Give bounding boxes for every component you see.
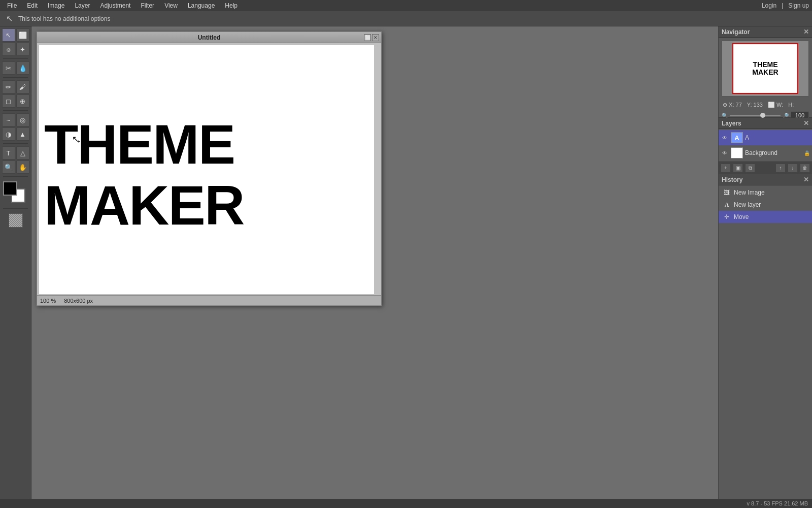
history-item-move[interactable]: ✛ Move [719, 211, 812, 223]
nav-h-label: H: [788, 102, 794, 108]
history-item-new-layer[interactable]: A New layer [719, 199, 812, 211]
tool-eyedropper[interactable]: 💧 [16, 61, 29, 75]
nav-x-label: ⊕ X: 77 [723, 102, 742, 108]
history-panel-header: History ✕ [719, 174, 812, 185]
tools-panel: ↖ ⬜ ⌾ ✦ ✂ 💧 ✏ 🖌 ◻ ⊕ ~ ◎ ◑ ▲ [0, 26, 31, 508]
canvas-area: Untitled ⬜ ✕ ↖ + THEME MAKER 100 % 800x6… [31, 26, 718, 508]
canvas-content: THEME MAKER [44, 116, 369, 233]
menu-filter[interactable]: Filter [137, 1, 158, 10]
document-dimensions: 800x600 px [64, 298, 93, 304]
menu-adjustment[interactable]: Adjustment [96, 1, 134, 10]
history-move-label: Move [734, 213, 749, 220]
menu-layer[interactable]: Layer [71, 1, 94, 10]
tool-lasso[interactable]: ⌾ [2, 43, 15, 56]
layers-panel: Layers ✕ 👁 A A 👁 Background 🔒 [719, 118, 812, 174]
layer-a-name: A [745, 134, 810, 141]
tool-text[interactable]: T [2, 146, 15, 160]
layers-move-up-button[interactable]: ↑ [775, 164, 786, 173]
menu-help[interactable]: Help [221, 1, 242, 10]
tool-smudge[interactable]: ~ [2, 113, 15, 126]
navigator-preview-line1: THEME [753, 61, 778, 69]
menu-edit[interactable]: Edit [23, 1, 42, 10]
tool-pencil[interactable]: ✏ [2, 80, 15, 93]
zoom-large-icon: 🔎 [783, 113, 789, 118]
tool-stamp[interactable]: ⊕ [16, 94, 29, 108]
layers-title: Layers [722, 120, 741, 127]
layer-bg-visibility[interactable]: 👁 [721, 149, 729, 157]
layer-item-a[interactable]: 👁 A A [719, 130, 812, 145]
layer-a-visibility[interactable]: 👁 [721, 134, 729, 142]
menu-view[interactable]: View [160, 1, 182, 10]
tool-wand[interactable]: ✦ [16, 43, 29, 56]
nav-w-label: ⬜ W: [768, 102, 783, 108]
document-titlebar: Untitled ⬜ ✕ [37, 32, 381, 43]
app-statusbar: v 8.7 - 53 FPS 21.62 MB [0, 499, 812, 508]
navigator-panel-header: Navigator ✕ [719, 26, 812, 38]
menu-file[interactable]: File [3, 1, 21, 10]
tool-zoom[interactable]: 🔍 [2, 161, 15, 174]
navigator-panel: Navigator ✕ THEME MAKER ⊕ X: 77 Y: 133 ⬜… [719, 26, 812, 118]
tool-shape[interactable]: △ [16, 146, 29, 160]
history-new-image-label: New Image [734, 189, 765, 196]
navigator-close-button[interactable]: ✕ [803, 28, 809, 36]
toolbar-tool-icon: ↖ [4, 14, 14, 24]
canvas-line2: MAKER [44, 177, 369, 233]
layer-a-thumb: A [731, 132, 743, 143]
navigator-title: Navigator [722, 28, 750, 36]
document-close-button[interactable]: ✕ [372, 34, 379, 41]
navigator-zoom-thumb[interactable] [760, 113, 765, 118]
app-version-info: v 8.7 - 53 FPS 21.62 MB [747, 500, 808, 506]
layer-bg-thumb [731, 147, 743, 158]
signup-link[interactable]: Sign up [788, 2, 809, 9]
tool-crop[interactable]: ✂ [2, 61, 15, 75]
history-list: 🖼 New Image A New layer ✛ Move [719, 185, 812, 224]
tool-burn[interactable]: ▲ [16, 128, 29, 141]
layers-delete-button[interactable]: 🗑 [800, 164, 810, 173]
document-maximize-button[interactable]: ⬜ [364, 34, 371, 41]
toolbar: ↖ This tool has no additional options [0, 11, 812, 26]
tool-hand[interactable]: ✋ [16, 161, 29, 174]
layers-toolbar: + ▣ ⧉ ↑ ↓ 🗑 [719, 162, 812, 174]
login-link[interactable]: Login [762, 2, 776, 9]
layers-duplicate-button[interactable]: ⧉ [745, 164, 755, 173]
foreground-color[interactable] [3, 181, 17, 196]
navigator-preview-canvas: THEME MAKER [732, 43, 798, 94]
history-new-layer-icon: A [723, 201, 731, 209]
navigator-coordinates: ⊕ X: 77 Y: 133 ⬜ W: H: [719, 100, 812, 110]
layers-group-button[interactable]: ▣ [733, 164, 743, 173]
layer-item-background[interactable]: 👁 Background 🔒 [719, 145, 812, 161]
menu-language[interactable]: Language [184, 1, 219, 10]
document-zoom: 100 % [40, 298, 56, 304]
right-panels: Navigator ✕ THEME MAKER ⊕ X: 77 Y: 133 ⬜… [718, 26, 812, 508]
tool-brush[interactable]: 🖌 [16, 80, 29, 93]
layer-bg-lock-icon: 🔒 [804, 150, 810, 156]
layers-close-button[interactable]: ✕ [803, 119, 809, 127]
tool-eraser[interactable]: ◻ [2, 94, 15, 108]
layers-list: 👁 A A 👁 Background 🔒 [719, 129, 812, 162]
menu-image[interactable]: Image [44, 1, 69, 10]
zoom-small-icon: 🔍 [722, 113, 728, 118]
pattern-swatch[interactable] [9, 213, 23, 228]
navigator-zoom-slider[interactable] [730, 115, 781, 116]
tool-blur[interactable]: ◎ [16, 113, 29, 126]
navigator-preview-line2: MAKER [752, 69, 778, 76]
navigator-preview: THEME MAKER [722, 41, 809, 97]
tool-dodge[interactable]: ◑ [2, 128, 15, 141]
document-statusbar: 100 % 800x600 px [37, 295, 381, 305]
document-title: Untitled [198, 34, 221, 41]
history-new-image-icon: 🖼 [723, 189, 731, 196]
history-new-layer-label: New layer [734, 201, 761, 208]
document-canvas[interactable]: ↖ + THEME MAKER [39, 45, 374, 294]
history-title: History [722, 176, 742, 183]
tool-marquee[interactable]: ⬜ [16, 28, 29, 42]
layers-move-down-button[interactable]: ↓ [788, 164, 798, 173]
layers-add-button[interactable]: + [721, 164, 731, 173]
nav-y-label: Y: 133 [747, 102, 763, 108]
history-move-icon: ✛ [723, 213, 731, 220]
menu-bar: File Edit Image Layer Adjustment Filter … [0, 0, 812, 11]
history-item-new-image[interactable]: 🖼 New Image [719, 186, 812, 199]
layers-panel-header: Layers ✕ [719, 118, 812, 129]
tool-move[interactable]: ↖ [2, 28, 15, 42]
history-panel: History ✕ 🖼 New Image A New layer ✛ Move [719, 174, 812, 508]
history-close-button[interactable]: ✕ [803, 176, 809, 183]
